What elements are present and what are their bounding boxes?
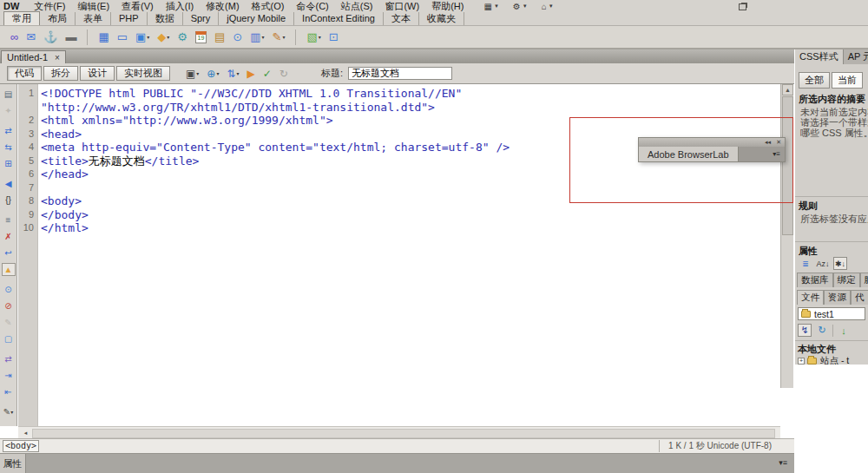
scroll-left-icon[interactable]: ◂ [20,428,31,438]
panel-tab[interactable]: 文件 [797,290,824,305]
panel-tab[interactable]: 资源 [824,290,851,305]
site-menu-icon[interactable]: ⌂▼ [542,2,554,11]
view-button[interactable]: 代码 [7,66,42,81]
refresh-icon[interactable]: ↻ [279,68,288,80]
site-tree-item[interactable]: + 站点 - t [798,355,849,365]
site-dropdown[interactable]: test1 [798,307,865,320]
panel-tab[interactable]: 服 [860,273,868,287]
insert-tab[interactable]: 数据 [148,12,183,25]
browserlab-tab[interactable]: Adobe BrowserLab [639,147,739,161]
view-button[interactable]: 实时视图 [116,66,170,81]
preview-in-browser-icon[interactable]: ⊕▾ [207,68,219,80]
menu-item[interactable]: 修改(M) [200,0,246,12]
open-documents-icon[interactable]: ▤ [2,88,16,101]
image-icon[interactable]: ▣▾ [134,30,151,45]
insert-tab[interactable]: jQuery Mobile [219,12,294,25]
indent-code-icon[interactable]: ⇥ [2,369,16,382]
menu-item[interactable]: 查看(V) [115,0,160,12]
move-css-icon[interactable]: ⇄ [2,352,16,365]
select-parent-tag-icon[interactable]: ◀ [2,177,16,190]
email-link-icon[interactable]: ✉ [24,30,37,45]
insert-tab[interactable]: 常用 [3,11,40,25]
menu-item[interactable]: 命令(C) [291,0,335,12]
script-icon[interactable]: ✎▾ [271,30,287,45]
horizontal-rule-icon[interactable]: ▬ [63,30,78,45]
insert-tab[interactable]: 收藏夹 [419,12,464,25]
close-icon[interactable]: × [55,53,60,62]
restore-window-icon[interactable] [739,3,746,10]
comment-icon[interactable]: ⊙ [231,30,244,45]
syntax-error-alerts-icon[interactable]: ▲ [2,263,16,276]
insert-tab[interactable]: 布局 [40,12,76,25]
insert-tab[interactable]: InContext Editing [294,12,384,25]
document-title-input[interactable] [348,67,452,80]
collapse-selection-icon[interactable]: ⇆ [2,141,16,154]
format-source-code-icon[interactable]: ✎▾ [2,405,16,418]
highlight-invalid-code-icon[interactable]: ✗ [2,230,16,243]
workspace-layout-icon[interactable]: ▦▼ [483,2,498,11]
panel-menu-icon[interactable]: ▾≡ [779,458,787,467]
head-icon[interactable]: ▥▾ [248,30,266,45]
word-wrap-icon[interactable]: ↩ [2,246,16,259]
body-tag-selector[interactable]: <body> [3,440,39,452]
wrap-tag-icon[interactable]: ✎ [2,316,16,329]
menu-item[interactable]: 格式(O) [246,0,291,12]
line-numbers-icon[interactable]: ≡ [2,214,16,227]
show-category-view-icon[interactable]: ≣ [799,257,812,270]
panel-tab[interactable]: 数据库 [797,273,833,287]
properties-tab[interactable]: 属性 [0,454,26,473]
template-icon[interactable]: ▧▾ [305,30,322,45]
extensions-gear-icon[interactable]: ⚙▼ [513,2,528,11]
sort-az-icon[interactable]: Az↓ [816,257,830,270]
panel-menu-icon[interactable]: ▾≡ [773,147,785,161]
tab-css-styles[interactable]: CSS样式 [795,49,844,64]
remove-comment-icon[interactable]: ⊘ [2,299,16,312]
hyperlink-icon[interactable]: ∞ [9,30,20,45]
insert-tab[interactable]: PHP [111,12,148,25]
table-icon[interactable]: ▦ [96,30,110,45]
menu-item[interactable]: 文件(F) [28,0,71,12]
insert-tab[interactable]: 文本 [384,12,419,25]
all-mode-button[interactable]: 全部 [799,72,830,89]
horizontal-scrollbar-thumb[interactable] [32,429,775,438]
balance-braces-icon[interactable]: {} [2,194,16,207]
multiscreen-icon[interactable]: ▣▾ [186,68,199,80]
connect-icon[interactable]: ↯ [798,324,812,337]
expand-tree-icon[interactable]: + [798,358,805,365]
menu-item[interactable]: 站点(S) [335,0,379,12]
expand-all-icon[interactable]: ⊞ [2,157,16,170]
view-button[interactable]: 设计 [80,66,115,81]
menu-item[interactable]: 插入(I) [160,0,200,12]
outdent-code-icon[interactable]: ⇤ [2,385,16,398]
scroll-up-icon[interactable]: ▲ [782,84,793,95]
widget-icon[interactable]: ⚙ [175,30,189,45]
current-mode-button[interactable]: 当前 [832,72,863,89]
tab-ap-elements[interactable]: AP 元 [844,49,868,64]
insert-div-icon[interactable]: ▭ [115,30,129,45]
horizontal-scrollbar[interactable]: ◂ [18,426,780,438]
menu-item[interactable]: 帮助(H) [425,0,470,12]
file-management-icon[interactable]: ⇅▾ [227,68,239,80]
recent-snippets-icon[interactable]: ▢ [2,332,16,345]
close-icon[interactable]: ✕ [776,139,781,146]
refresh-icon[interactable]: ↻ [815,324,829,337]
view-button[interactable]: 拆分 [43,66,78,81]
apply-comment-icon[interactable]: ⊙ [2,283,16,296]
panel-tab[interactable]: 绑定 [833,273,860,287]
menu-item[interactable]: 编辑(E) [71,0,115,12]
show-code-navigator-icon[interactable]: ✦ [2,104,16,117]
date-icon[interactable]: 19 [194,30,208,45]
sort-set-icon[interactable]: ✱↓ [833,257,847,270]
named-anchor-icon[interactable]: ⚓ [42,30,59,45]
get-file-icon[interactable]: ↓ [837,324,851,337]
insert-tab[interactable]: Spry [183,12,220,25]
server-include-icon[interactable]: ▤ [213,30,227,45]
tag-chooser-icon[interactable]: ⊡ [327,30,340,45]
check-browser-compatibility-icon[interactable]: ✓ [263,68,272,80]
panel-tab[interactable]: 代 [851,290,868,305]
insert-tab[interactable]: 表单 [76,12,111,25]
menu-item[interactable]: 窗口(W) [378,0,425,12]
document-tab[interactable]: Untitled-1 × [1,50,66,63]
collapse-full-tag-icon[interactable]: ⇄ [2,124,16,137]
live-code-icon[interactable]: ▶ [247,68,255,80]
